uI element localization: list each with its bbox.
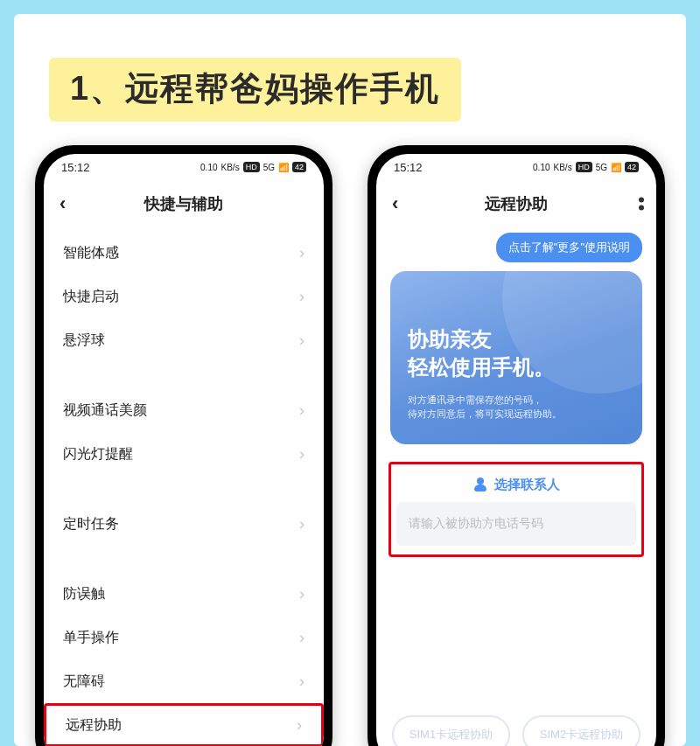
tutorial-step-title: 1、远程帮爸妈操作手机 (49, 58, 461, 122)
settings-item-accessibility[interactable]: 无障碍 › (44, 659, 324, 703)
app-header: ‹ 远程协助 (376, 180, 656, 227)
more-icon[interactable] (639, 198, 644, 211)
chevron-right-icon: › (299, 515, 304, 533)
status-icons: 0.10 KB/s HD 5G 📶 42 (200, 162, 306, 172)
page-title: 快捷与辅助 (144, 193, 223, 214)
net-unit: KB/s (554, 163, 572, 172)
settings-list[interactable]: 智能体感 › 快捷启动 › 悬浮球 › 视频通话美颜 › (44, 227, 324, 746)
phone-mockup-settings: 15:12 0.10 KB/s HD 5G 📶 42 ‹ 快捷与辅助 (35, 145, 332, 746)
phone-screen: 15:12 0.10 KB/s HD 5G 📶 42 ‹ 远程协助 点击了 (376, 154, 656, 746)
status-time: 15:12 (61, 161, 90, 174)
hero-card: 协助亲友 轻松使用手机。 对方通讯录中需保存您的号码， 待对方同意后，将可实现远… (390, 271, 642, 444)
settings-item-float-ball[interactable]: 悬浮球 › (44, 318, 324, 362)
settings-item-video-beauty[interactable]: 视频通话美颜 › (44, 388, 324, 432)
chevron-right-icon: › (299, 331, 304, 350)
chevron-right-icon: › (297, 716, 302, 735)
settings-item-label: 悬浮球 (63, 331, 105, 350)
page-container: 1、远程帮爸妈操作手机 15:12 0.10 KB/s HD 5G 📶 42 (14, 14, 686, 746)
select-contact-label: 选择联系人 (494, 477, 560, 493)
back-icon[interactable]: ‹ (60, 192, 66, 215)
net-speed: 0.10 (533, 163, 550, 172)
settings-item-flash-alert[interactable]: 闪光灯提醒 › (44, 432, 324, 476)
phone-screen: 15:12 0.10 KB/s HD 5G 📶 42 ‹ 快捷与辅助 (44, 154, 324, 746)
sim2-remote-assist-button[interactable]: SIM2卡远程协助 (522, 715, 640, 746)
chevron-right-icon: › (299, 585, 304, 603)
phones-row: 15:12 0.10 KB/s HD 5G 📶 42 ‹ 快捷与辅助 (14, 145, 686, 746)
chevron-right-icon: › (299, 288, 304, 306)
settings-item-one-hand[interactable]: 单手操作 › (44, 616, 324, 659)
chevron-right-icon: › (299, 244, 304, 262)
chevron-right-icon: › (299, 445, 304, 464)
hero-line2: 轻松使用手机。 (408, 353, 625, 381)
hd-badge: HD (243, 162, 260, 172)
signal-5g: 5G (596, 163, 607, 172)
chevron-right-icon: › (299, 673, 304, 691)
settings-item-mistouch[interactable]: 防误触 › (44, 572, 324, 616)
contact-block-highlight: 选择联系人 请输入被协助方电话号码 (388, 462, 644, 557)
hero-sub1: 对方通讯录中需保存您的号码， (408, 393, 625, 408)
net-unit: KB/s (221, 163, 240, 172)
sim1-remote-assist-button[interactable]: SIM1卡远程协助 (392, 715, 510, 746)
settings-item-label: 闪光灯提醒 (63, 445, 133, 464)
hd-badge: HD (576, 162, 592, 172)
group-divider (44, 546, 324, 572)
page-title: 远程协助 (485, 193, 548, 214)
hero-line1: 协助亲友 (408, 325, 625, 353)
settings-item-label: 远程协助 (66, 716, 122, 735)
hero-sub2: 待对方同意后，将可实现远程协助。 (408, 407, 625, 422)
back-icon[interactable]: ‹ (392, 192, 398, 215)
status-icons: 0.10 KB/s HD 5G 📶 42 (533, 162, 639, 172)
status-bar: 15:12 0.10 KB/s HD 5G 📶 42 (376, 154, 656, 180)
settings-item-remote-assist[interactable]: 远程协助 › (44, 703, 324, 746)
chevron-right-icon: › (299, 629, 304, 647)
app-header: ‹ 快捷与辅助 (44, 180, 324, 227)
settings-item-label: 防误触 (63, 585, 105, 603)
help-tip-bubble[interactable]: 点击了解"更多"使用说明 (496, 233, 642, 262)
settings-item-quick-launch[interactable]: 快捷启动 › (44, 275, 324, 318)
settings-item-label: 快捷启动 (63, 288, 119, 306)
battery-badge: 42 (292, 162, 306, 172)
signal-5g: 5G (263, 163, 275, 172)
group-divider (44, 476, 324, 502)
signal-bars-icon: 📶 (278, 163, 289, 172)
settings-item-smart-sense[interactable]: 智能体感 › (44, 231, 324, 275)
select-contact-button[interactable]: 选择联系人 (396, 471, 636, 502)
status-time: 15:12 (394, 161, 423, 174)
person-icon (473, 478, 487, 492)
settings-item-label: 智能体感 (63, 244, 119, 262)
sim-buttons-row: SIM1卡远程协助 SIM2卡远程协助 (376, 715, 656, 746)
status-bar: 15:12 0.10 KB/s HD 5G 📶 42 (44, 154, 324, 180)
net-speed: 0.10 (200, 163, 217, 172)
settings-item-label: 定时任务 (63, 515, 119, 533)
group-divider (44, 362, 324, 388)
settings-item-scheduled-task[interactable]: 定时任务 › (44, 502, 324, 546)
settings-item-label: 视频通话美颜 (63, 401, 147, 420)
phone-mockup-remote-assist: 15:12 0.10 KB/s HD 5G 📶 42 ‹ 远程协助 点击了 (368, 145, 665, 746)
chevron-right-icon: › (299, 401, 304, 420)
battery-badge: 42 (625, 162, 639, 172)
settings-item-label: 无障碍 (63, 673, 105, 691)
phone-number-input[interactable]: 请输入被协助方电话号码 (396, 502, 636, 546)
signal-bars-icon: 📶 (611, 163, 621, 172)
settings-item-label: 单手操作 (63, 629, 119, 647)
